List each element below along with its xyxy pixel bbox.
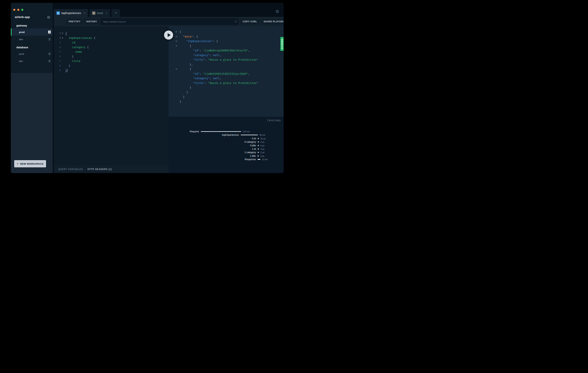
code-token: "title" (193, 58, 205, 61)
code-token: } (179, 86, 191, 89)
sidebar-item-database-dev[interactable]: dev4 (11, 57, 53, 65)
sidebar-item-database-prod[interactable]: prod2 (11, 50, 53, 57)
tracing-row: 0.category4 µs (168, 140, 284, 144)
tracing-row: 0.id21 µs (168, 137, 284, 140)
sidebar-section: gatewayprod2dev1 (11, 23, 53, 43)
line-number: 9 (54, 68, 61, 73)
query-variables-toggle[interactable]: QUERY VARIABLES (58, 168, 83, 171)
close-tab-icon[interactable]: × (84, 11, 85, 15)
code-token: : (205, 82, 208, 85)
playground-settings-gear-icon[interactable] (275, 9, 279, 13)
line-number: 2 (54, 36, 61, 40)
tracing-row: 1.category2 µs (168, 151, 284, 154)
line-number: 5 (54, 50, 61, 54)
session-count-badge: 2 (48, 52, 51, 55)
tracing-row-label: 1.id (252, 147, 256, 151)
code-line: 3 id (54, 40, 168, 45)
code-token: , (220, 77, 221, 80)
query-editor[interactable]: 1{2 topExperiences {3 id4 category {5 na… (54, 26, 168, 165)
share-playground-button[interactable]: SHARE PLAYGROUND (261, 19, 284, 24)
tab-book[interactable]: Mbook× (89, 9, 110, 17)
code-line: ] (168, 90, 284, 95)
code-token: "data" (183, 35, 193, 38)
code-token: "id" (193, 72, 200, 75)
code-line: 2 topExperiences { (54, 36, 168, 40)
tracing-row-label: topExperiences (222, 133, 239, 137)
window-control-zoom[interactable] (21, 9, 23, 11)
fold-arrow-icon[interactable] (62, 33, 63, 34)
window-control-minimize[interactable] (17, 9, 19, 11)
endpoint-url-input[interactable] (101, 20, 233, 23)
reload-schema-icon[interactable]: ↺ (233, 20, 239, 24)
tracing-toggle[interactable]: TRACING (267, 119, 281, 122)
code-line: "category": null, (168, 53, 284, 58)
code-token: null (213, 54, 220, 57)
tracing-duration-bar (258, 159, 260, 160)
code-token: "category" (193, 54, 210, 57)
code-line: } (168, 95, 284, 99)
code-line: "data": { (168, 34, 284, 39)
fold-arrow-icon[interactable] (62, 38, 63, 39)
sidebar-item-gateway-prod[interactable]: prod2 (11, 28, 53, 36)
new-tab-button[interactable]: + (112, 9, 120, 17)
tracing-duration-bar (258, 145, 259, 146)
code-line: "id": "cja8e0vvg1b060156al3tucfd", (168, 48, 284, 53)
schema-side-tab[interactable]: SCHEMA (280, 37, 284, 51)
workspace-settings-gear-icon[interactable] (47, 16, 50, 19)
session-count-badge: 1 (48, 38, 51, 41)
fold-arrow-icon[interactable] (175, 69, 177, 70)
query-code: 1{2 topExperiences {3 id4 category {5 na… (54, 26, 168, 73)
tab-label: book (97, 11, 103, 15)
fold-arrow-icon[interactable] (175, 36, 177, 37)
line-number: 8 (54, 64, 61, 68)
session-count-badge: 2 (48, 31, 51, 33)
code-token: name (65, 50, 82, 53)
new-workspace-button[interactable]: + NEW WORKSPACE (14, 160, 46, 167)
sidebar-item-label: prod (19, 31, 25, 33)
code-line: 4 category { (54, 45, 168, 50)
code-token: } (179, 95, 185, 98)
tracing-duration-bar (258, 155, 259, 156)
sidebar-item-label: prod (19, 53, 24, 55)
http-headers-toggle[interactable]: HTTP HEADERS (1) (87, 168, 112, 171)
prettify-button[interactable]: PRETTIFY (66, 19, 83, 24)
fold-arrow-icon[interactable] (175, 32, 177, 32)
tab-topExperiences[interactable]: QtopExperiences× (54, 9, 88, 17)
tracing-row-time: 2 µs (261, 151, 264, 154)
code-token (179, 54, 193, 57)
fold-arrow-icon[interactable] (175, 45, 177, 47)
copy-curl-button[interactable]: COPY CURL (240, 19, 260, 24)
tracing-row-label: 1.title (250, 154, 256, 158)
code-token: : (200, 49, 203, 52)
new-workspace-label: NEW WORKSPACE (20, 162, 43, 165)
code-token: id (65, 41, 75, 44)
code-line: 6 } (54, 54, 168, 59)
code-token (179, 49, 193, 52)
schema-tab-label: SCHEMA (281, 39, 283, 49)
sidebar-item-gateway-dev[interactable]: dev1 (11, 36, 53, 43)
close-tab-icon[interactable]: × (106, 11, 108, 15)
code-token: } (179, 100, 181, 103)
code-token: { (92, 36, 95, 39)
code-token: , (248, 49, 250, 52)
fold-arrow-icon[interactable] (175, 41, 177, 42)
code-line: { (168, 67, 284, 72)
window-controls (13, 9, 23, 11)
code-token: } (65, 69, 67, 72)
line-number: 6 (54, 54, 61, 59)
code-line: { (168, 30, 284, 34)
code-line: { (168, 43, 284, 48)
window-control-close[interactable] (13, 9, 15, 11)
tracing-row: Request210 ms (168, 130, 284, 133)
code-token: { (179, 67, 191, 71)
tab-label: topExperiences (61, 11, 81, 15)
code-token: "title" (193, 82, 205, 85)
execute-query-button[interactable] (163, 29, 174, 41)
code-line: } (168, 85, 284, 90)
code-token: "Raise a glass to Prohibition" (208, 82, 258, 85)
code-token (179, 58, 193, 61)
code-token: , (248, 72, 250, 75)
history-button[interactable]: HISTORY (84, 19, 100, 24)
tracing-row-label: 0.title (250, 144, 256, 147)
tracing-duration-bar (241, 135, 258, 135)
